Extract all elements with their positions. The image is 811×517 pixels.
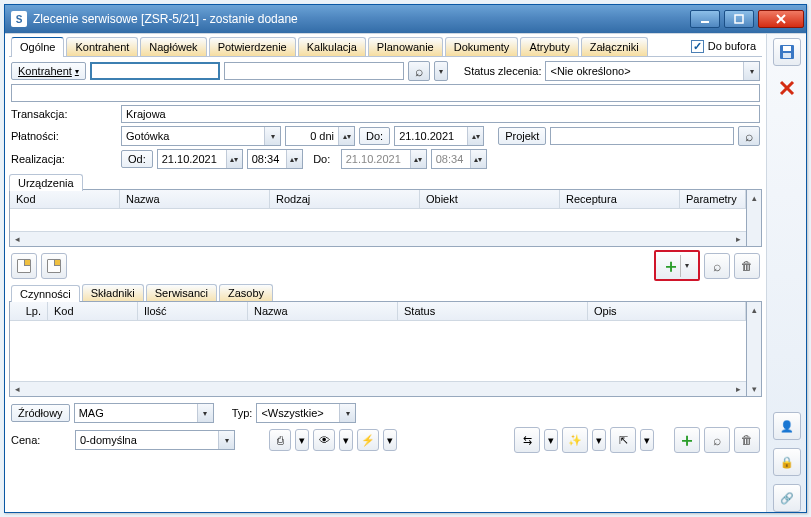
save-button[interactable] xyxy=(773,38,801,66)
realizacja-od-button[interactable]: Od: xyxy=(121,150,153,168)
kontrahent-code-input[interactable] xyxy=(90,62,220,80)
bt-exec1-button[interactable]: ✨ xyxy=(562,427,588,453)
device-delete-button[interactable] xyxy=(734,253,760,279)
kontrahent-button[interactable]: Kontrahent▾ xyxy=(11,62,86,80)
scol-lp[interactable]: Lp. xyxy=(10,302,48,320)
tab-zalaczniki[interactable]: Załączniki xyxy=(581,37,648,56)
bt-convert-button[interactable]: ⇆ xyxy=(514,427,540,453)
bt-export-dd[interactable]: ▾ xyxy=(640,429,654,451)
close-button[interactable] xyxy=(758,10,804,28)
kontrahent-search-button[interactable] xyxy=(408,61,430,81)
bt-delete-row-button[interactable] xyxy=(734,427,760,453)
czynnosci-hscroll[interactable]: ◂▸ xyxy=(10,381,746,396)
do-bufora-checkbox[interactable]: ✓ xyxy=(691,40,704,53)
bt-print-button[interactable]: ⎙ xyxy=(269,429,291,451)
tab-kontrahent[interactable]: Kontrahent xyxy=(66,37,138,56)
cancel-button[interactable] xyxy=(773,74,801,102)
tab-planowanie[interactable]: Planowanie xyxy=(368,37,443,56)
bt-find-row-button[interactable] xyxy=(704,427,730,453)
realizacja-do-time-spinner[interactable]: ▴▾ xyxy=(470,150,486,168)
scol-opis[interactable]: Opis xyxy=(588,302,746,320)
device-search-button[interactable] xyxy=(704,253,730,279)
col-nazwa[interactable]: Nazwa xyxy=(120,190,270,208)
projekt-button[interactable]: Projekt xyxy=(498,127,546,145)
bt-export-button[interactable]: ⇱ xyxy=(610,427,636,453)
platnosci-do-button[interactable]: Do: xyxy=(359,127,390,145)
tab-kalkulacja[interactable]: Kalkulacja xyxy=(298,37,366,56)
tab-dokumenty[interactable]: Dokumenty xyxy=(445,37,519,56)
preview-icon: 👁 xyxy=(319,434,330,446)
urzadzenia-tab[interactable]: Urządzenia xyxy=(9,174,83,191)
platnosci-do-date-spinner[interactable]: ▴▾ xyxy=(467,127,483,145)
realizacja-od-date[interactable]: 21.10.2021 xyxy=(158,151,226,167)
bt-preview-dd[interactable]: ▾ xyxy=(339,429,353,451)
realizacja-od-time-spinner[interactable]: ▴▾ xyxy=(286,150,302,168)
kontrahent-name-input[interactable] xyxy=(224,62,404,80)
col-receptura[interactable]: Receptura xyxy=(560,190,680,208)
urzadzenia-vscroll-up[interactable]: ▴ xyxy=(752,190,757,205)
lock-button[interactable]: 🔒 xyxy=(773,448,801,476)
scol-ilosc[interactable]: Ilość xyxy=(138,302,248,320)
scol-status[interactable]: Status xyxy=(398,302,588,320)
device-add-dropdown[interactable]: ▾ xyxy=(680,255,692,277)
zrodlowy-select[interactable]: MAG xyxy=(75,405,197,421)
scol-kod[interactable]: Kod xyxy=(48,302,138,320)
col-parametry[interactable]: Parametry xyxy=(680,190,746,208)
czynnosci-vscroll-down[interactable]: ▾ xyxy=(752,381,757,396)
bt-convert-dd[interactable]: ▾ xyxy=(544,429,558,451)
device-list-button[interactable] xyxy=(41,253,67,279)
platnosci-dni-spinner[interactable]: ▴▾ xyxy=(338,127,354,145)
kontrahent-dropdown-button[interactable]: ▾ xyxy=(434,61,448,81)
svg-rect-5 xyxy=(783,46,791,51)
scol-nazwa[interactable]: Nazwa xyxy=(248,302,398,320)
operator-button[interactable]: 👤 xyxy=(773,412,801,440)
zrodlowy-dropdown-button[interactable]: ▾ xyxy=(197,404,213,422)
tab-naglowek[interactable]: Nagłówek xyxy=(140,37,206,56)
platnosci-do-date[interactable]: 21.10.2021 xyxy=(395,128,467,144)
bt-action-dd[interactable]: ▾ xyxy=(383,429,397,451)
realizacja-do-time[interactable]: 08:34 xyxy=(432,151,470,167)
realizacja-od-time[interactable]: 08:34 xyxy=(248,151,286,167)
platnosci-select[interactable]: Gotówka xyxy=(122,128,264,144)
bt-print-dd[interactable]: ▾ xyxy=(295,429,309,451)
typ-select[interactable]: <Wszystkie> xyxy=(257,405,339,421)
col-rodzaj[interactable]: Rodzaj xyxy=(270,190,420,208)
status-zlecenia-dropdown-button[interactable]: ▾ xyxy=(743,62,759,80)
subtab-skladniki[interactable]: Składniki xyxy=(82,284,144,301)
col-kod[interactable]: Kod xyxy=(10,190,120,208)
subtab-czynnosci[interactable]: Czynności xyxy=(11,285,80,302)
zrodlowy-button[interactable]: Źródłowy xyxy=(11,404,70,422)
link-button[interactable]: 🔗 xyxy=(773,484,801,512)
minimize-button[interactable] xyxy=(690,10,720,28)
tab-potwierdzenie[interactable]: Potwierdzenie xyxy=(209,37,296,56)
projekt-input[interactable] xyxy=(550,127,734,145)
realizacja-do-date-spinner[interactable]: ▴▾ xyxy=(410,150,426,168)
urzadzenia-grid-body[interactable] xyxy=(10,209,746,231)
platnosci-dropdown-button[interactable]: ▾ xyxy=(264,127,280,145)
realizacja-od-date-spinner[interactable]: ▴▾ xyxy=(226,150,242,168)
projekt-search-button[interactable] xyxy=(738,126,760,146)
bt-action-button[interactable]: ⚡ xyxy=(357,429,379,451)
czynnosci-vscroll-up[interactable]: ▴ xyxy=(752,302,757,317)
czynnosci-grid-body[interactable] xyxy=(10,321,746,381)
typ-dropdown-button[interactable]: ▾ xyxy=(339,404,355,422)
cena-select[interactable]: 0-domyślna xyxy=(76,432,218,448)
cena-dropdown-button[interactable]: ▾ xyxy=(218,431,234,449)
platnosci-dni-input[interactable]: 0 dni xyxy=(286,128,338,144)
urzadzenia-hscroll[interactable]: ◂▸ xyxy=(10,231,746,246)
tab-ogolne[interactable]: Ogólne xyxy=(11,37,64,57)
subtab-serwisanci[interactable]: Serwisanci xyxy=(146,284,217,301)
device-card-button[interactable] xyxy=(11,253,37,279)
bt-preview-button[interactable]: 👁 xyxy=(313,429,335,451)
maximize-button[interactable] xyxy=(724,10,754,28)
kontrahent-desc-input[interactable] xyxy=(11,84,760,102)
col-obiekt[interactable]: Obiekt xyxy=(420,190,560,208)
bt-add-row-button[interactable]: ＋ xyxy=(674,427,700,453)
subtab-zasoby[interactable]: Zasoby xyxy=(219,284,273,301)
device-add-button[interactable]: ＋ ▾ xyxy=(654,250,700,281)
tab-atrybuty[interactable]: Atrybuty xyxy=(520,37,578,56)
status-zlecenia-select[interactable]: <Nie określono> xyxy=(546,63,743,79)
bt-exec1-dd[interactable]: ▾ xyxy=(592,429,606,451)
svg-rect-1 xyxy=(735,15,743,23)
realizacja-do-date[interactable]: 21.10.2021 xyxy=(342,151,410,167)
